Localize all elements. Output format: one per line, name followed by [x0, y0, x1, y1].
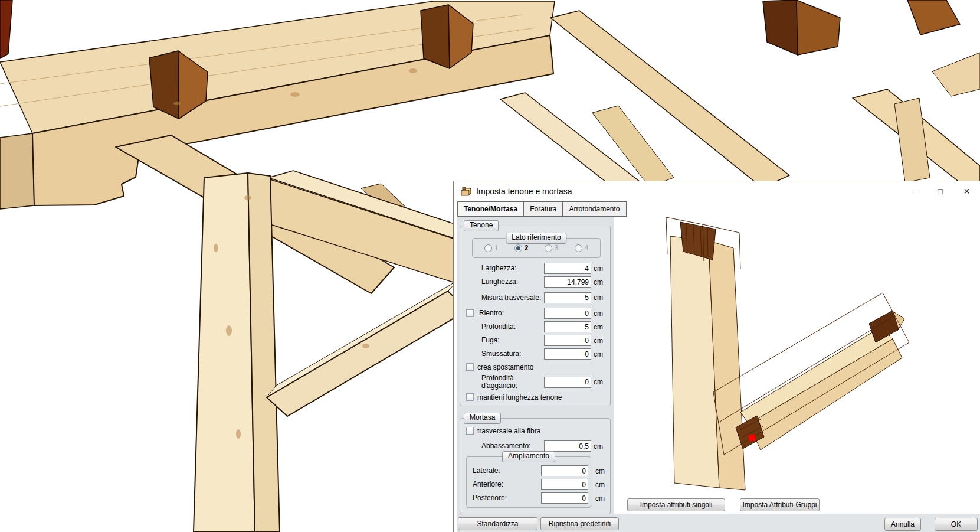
larghezza-row: Larghezza: cm: [464, 262, 607, 275]
lunghezza-label: Lunghezza:: [481, 278, 544, 286]
unit-label: cm: [594, 278, 607, 286]
radio-label: 1: [494, 244, 499, 252]
unit-label: cm: [594, 323, 607, 331]
trasversale-label: trasversale alla fibra: [477, 427, 540, 435]
unit-label: cm: [594, 293, 607, 302]
imposta-attributi-gruppi-button[interactable]: Imposta Attributi-Gruppi: [740, 498, 820, 511]
tenon-mortise-dialog: Imposta tenone e mortasa – □ ✕ Tenone/Mo…: [453, 181, 980, 532]
unit-label: cm: [594, 378, 607, 386]
mantieni-row: mantieni lunghezza tenone: [464, 391, 607, 403]
profondita-row: Profondità: cm: [464, 320, 607, 334]
smussatura-row: Smussatura: cm: [464, 347, 607, 361]
rafter-end-block: [421, 5, 450, 68]
rientro-row: Rientro: cm: [464, 306, 607, 320]
lunghezza-input[interactable]: [544, 276, 591, 288]
crea-spostamento-checkbox[interactable]: [466, 363, 474, 371]
smussatura-input[interactable]: [544, 348, 591, 360]
radio-icon-selected: [514, 244, 522, 252]
fuga-input[interactable]: [544, 335, 591, 346]
mortasa-group-label: Mortasa: [464, 413, 501, 424]
larghezza-label: Larghezza:: [481, 265, 544, 272]
standardizza-button[interactable]: Standardizza: [458, 517, 537, 530]
rientro-input[interactable]: [544, 308, 591, 319]
misura-trasversale-row: Misura trasversale: cm: [464, 289, 607, 306]
radio-label: 4: [585, 244, 589, 252]
posteriore-row: Posteriore: cm: [467, 491, 591, 505]
rafter-end-block: [797, 0, 840, 55]
lato-radio-4[interactable]: 4: [575, 244, 589, 252]
rafter-end-block: [763, 0, 798, 55]
tab-foratura[interactable]: Foratura: [524, 202, 563, 216]
unit-label: cm: [595, 481, 608, 489]
unit-label: cm: [594, 265, 607, 273]
crea-spostamento-row: crea spostamento: [464, 361, 607, 373]
laterale-input[interactable]: [541, 465, 588, 476]
minimize-button[interactable]: –: [900, 181, 927, 201]
tenone-group-label: Tenone: [464, 220, 499, 231]
maximize-button[interactable]: □: [927, 181, 953, 201]
tenone-group: Tenone Lato riferimento 1 2 3: [460, 226, 611, 406]
lato-riferimento-group: Lato riferimento 1 2 3: [472, 238, 601, 258]
ampliamento-label: Ampliamento: [502, 451, 555, 462]
preview-selection-marker: [749, 435, 755, 441]
misura-trasversale-input[interactable]: [544, 292, 591, 303]
smussatura-label: Smussatura:: [481, 350, 544, 358]
laterale-label: Laterale:: [473, 467, 541, 475]
tab-tenone-mortasa[interactable]: Tenone/Mortasa: [458, 202, 524, 216]
rafter-end-block: [0, 0, 12, 58]
ampliamento-group: Ampliamento Laterale: cm Anteriore: cm P…: [466, 456, 591, 508]
purlin-shadow: [0, 133, 34, 209]
rientro-label: Rientro:: [479, 309, 544, 317]
imposta-attributi-singoli-button[interactable]: Imposta attributi singoli: [627, 498, 725, 511]
larghezza-input[interactable]: [544, 263, 591, 274]
unit-label: cm: [595, 494, 608, 502]
misura-trasversale-label: Misura trasversale:: [481, 294, 544, 302]
close-button[interactable]: ✕: [953, 181, 980, 201]
rientro-checkbox[interactable]: [466, 309, 474, 317]
mantieni-checkbox[interactable]: [466, 393, 474, 401]
rafter-end-block: [907, 0, 960, 35]
brace-top: [267, 280, 458, 397]
profondita-aggancio-label: Profondità d'aggancio:: [481, 374, 544, 390]
stud: [894, 98, 930, 182]
laterale-row: Laterale: cm: [467, 464, 591, 478]
abbassamento-input[interactable]: [544, 440, 591, 452]
lato-radio-2[interactable]: 2: [514, 244, 529, 252]
posteriore-input[interactable]: [541, 492, 588, 504]
profondita-aggancio-input[interactable]: [544, 377, 591, 388]
tenon-tool-icon: [460, 186, 471, 197]
rafter: [932, 53, 980, 96]
profondita-aggancio-row: Profondità d'aggancio: cm: [464, 373, 607, 391]
joint-preview-viewport[interactable]: [614, 217, 980, 514]
cad-workspace: Imposta tenone e mortasa – □ ✕ Tenone/Mo…: [0, 0, 980, 532]
profondita-label: Profondità:: [481, 323, 544, 331]
anteriore-row: Anteriore: cm: [467, 478, 591, 491]
tab-arrotondamento[interactable]: Arrotondamento: [563, 202, 626, 216]
fuga-row: Fuga: cm: [464, 334, 607, 347]
mortasa-group: Mortasa trasversale alla fibra Abbassame…: [460, 418, 611, 514]
lunghezza-row: Lunghezza: cm: [464, 275, 607, 289]
trasversale-row: trasversale alla fibra: [464, 425, 607, 437]
post-face: [194, 173, 255, 532]
lato-radio-3[interactable]: 3: [545, 244, 559, 252]
ripristina-predefiniti-button[interactable]: Ripristina predefiniti: [540, 517, 619, 530]
annulla-button[interactable]: Annulla: [884, 518, 921, 531]
dialog-titlebar[interactable]: Imposta tenone e mortasa – □ ✕: [454, 181, 980, 201]
unit-label: cm: [594, 442, 607, 451]
unit-label: cm: [594, 309, 607, 318]
profondita-input[interactable]: [544, 321, 591, 332]
settings-panel: Tenone Lato riferimento 1 2 3: [457, 217, 614, 532]
unit-label: cm: [594, 337, 607, 345]
lato-radio-1[interactable]: 1: [484, 244, 499, 252]
trasversale-checkbox[interactable]: [466, 427, 474, 435]
dialog-bottom-strip: [614, 514, 980, 532]
ok-button[interactable]: OK: [935, 518, 978, 531]
radio-icon: [484, 244, 492, 252]
fuga-label: Fuga:: [481, 337, 544, 344]
unit-label: cm: [595, 467, 608, 475]
posteriore-label: Posteriore:: [473, 494, 541, 502]
crea-spostamento-label: crea spostamento: [477, 363, 533, 371]
anteriore-input[interactable]: [541, 479, 588, 490]
radio-icon: [545, 244, 552, 252]
abbassamento-label: Abbassamento:: [481, 442, 544, 450]
